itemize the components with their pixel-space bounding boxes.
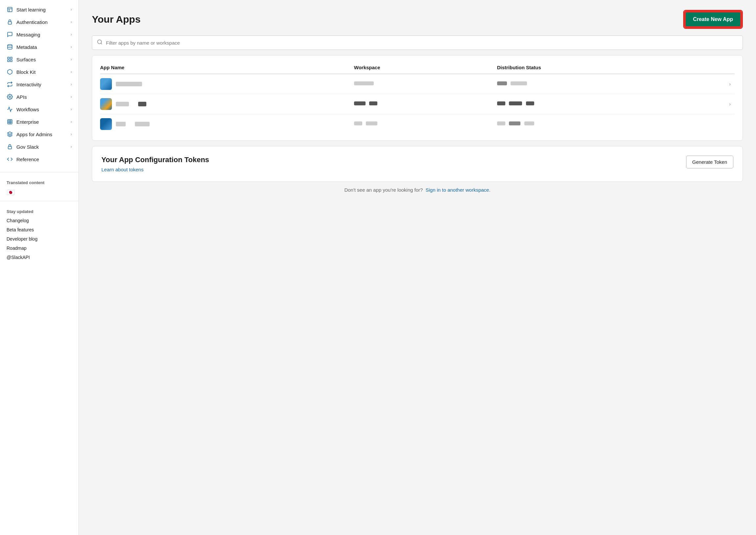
sidebar-item-reference[interactable]: Reference [0,153,78,165]
svg-rect-5 [8,60,9,62]
create-new-app-button[interactable]: Create New App [685,12,741,27]
sidebar-item-interactivity[interactable]: Interactivity › [0,78,78,91]
sidebar-item-metadata[interactable]: Metadata › [0,41,78,53]
slack-api-link[interactable]: @SlackAPI [0,253,78,262]
tokens-card: Your App Configuration Tokens Learn abou… [92,146,743,182]
sidebar: Start learning › Authentication › Messag… [0,0,79,535]
translated-content-label: Translated content [0,176,78,187]
status-blurred-1b [511,81,527,85]
code-icon [7,156,13,162]
search-bar [92,36,743,50]
sign-in-link[interactable]: Sign in to another workspace. [425,187,491,193]
sidebar-item-label: APIs [16,94,27,100]
workspace-blurred-3b [366,122,377,126]
svg-point-7 [9,96,11,98]
japan-flag-icon: 🇯🇵 [0,187,78,198]
chevron-right-icon: › [70,32,72,37]
sidebar-item-label: Surfaces [16,57,36,62]
sidebar-item-workflows[interactable]: Workflows › [0,103,78,116]
app-name-blurred-2b [138,102,146,106]
interactivity-icon [7,81,13,88]
search-icon [97,39,103,46]
app-name-blurred-1 [116,82,142,86]
row-chevron-1: › [725,74,735,94]
chevron-right-icon: › [70,95,72,99]
workspace-blurred-1 [354,81,374,85]
sidebar-item-apps-for-admins[interactable]: Apps for Admins › [0,128,78,140]
learn-about-tokens-link[interactable]: Learn about tokens [101,167,143,172]
svg-rect-4 [11,57,12,59]
sidebar-item-label: Interactivity [16,82,41,87]
beta-features-link[interactable]: Beta features [0,225,78,234]
chevron-right-icon: › [70,107,72,112]
admin-icon [7,131,13,137]
svg-line-11 [101,43,102,44]
sidebar-item-label: Start learning [16,7,46,13]
changelog-link[interactable]: Changelog [0,216,78,225]
app-name-blurred-3a [116,122,126,127]
tokens-title: Your App Configuration Tokens [101,155,209,164]
sidebar-item-label: Reference [16,156,39,162]
status-blurred-1a [497,81,507,85]
gov-icon [7,143,13,150]
database-icon [7,44,13,50]
book-icon [7,6,13,13]
sidebar-item-messaging[interactable]: Messaging › [0,28,78,41]
table-row[interactable] [100,114,735,134]
sidebar-item-start-learning[interactable]: Start learning › [0,3,78,16]
sidebar-item-label: Metadata [16,44,37,50]
sidebar-item-label: Authentication [16,19,47,25]
roadmap-link[interactable]: Roadmap [0,243,78,253]
app-icon-1 [100,78,112,90]
sidebar-divider-2 [0,201,78,201]
status-blurred-3c [524,122,534,126]
col-app-name: App Name [100,62,354,74]
search-input[interactable] [106,40,738,45]
generate-token-button[interactable]: Generate Token [686,155,733,168]
chevron-right-icon: › [70,144,72,149]
table-row[interactable]: › [100,74,735,94]
sidebar-item-authentication[interactable]: Authentication › [0,16,78,28]
sidebar-item-block-kit[interactable]: Block Kit › [0,66,78,78]
svg-rect-0 [8,7,12,12]
sidebar-item-label: Gov Slack [16,144,39,150]
developer-blog-link[interactable]: Developer blog [0,234,78,243]
svg-rect-6 [11,60,12,62]
sidebar-item-gov-slack[interactable]: Gov Slack › [0,140,78,153]
workspace-blurred-2b [369,101,377,105]
enterprise-icon [7,119,13,125]
bottom-note: Don't see an app you're looking for? Sig… [92,187,743,193]
row-chevron-2: › [725,94,735,114]
main-content: Your Apps Create New App App Name Worksp… [79,0,756,535]
sidebar-item-label: Apps for Admins [16,132,52,137]
table-row[interactable]: › [100,94,735,114]
col-distribution-status: Distribution Status [497,62,725,74]
chevron-right-icon: › [70,70,72,74]
grid-icon [7,56,13,63]
col-workspace: Workspace [354,62,497,74]
status-blurred-2b [509,101,522,105]
message-icon [7,31,13,38]
chevron-right-icon: › [70,57,72,62]
svg-point-10 [97,40,101,44]
sidebar-nav: Start learning › Authentication › Messag… [0,0,78,169]
workspace-blurred-3a [354,122,362,126]
chevron-right-icon: › [70,120,72,124]
page-header: Your Apps Create New App [92,10,743,29]
sidebar-item-apis[interactable]: APIs › [0,91,78,103]
chevron-right-icon: › [70,20,72,24]
workspace-blurred-2a [354,101,365,105]
workflow-icon [7,106,13,113]
status-blurred-3b [509,122,520,126]
chevron-right-icon: › [70,44,72,49]
sidebar-item-label: Block Kit [16,69,36,75]
svg-rect-8 [8,120,12,124]
app-name-blurred-2a [116,102,129,106]
sidebar-item-enterprise[interactable]: Enterprise › [0,116,78,128]
gear-icon [7,94,13,100]
chevron-right-icon: › [70,132,72,136]
sidebar-item-surfaces[interactable]: Surfaces › [0,53,78,66]
svg-point-2 [8,44,12,46]
chevron-right-icon: › [70,7,72,12]
page-title: Your Apps [92,14,141,25]
